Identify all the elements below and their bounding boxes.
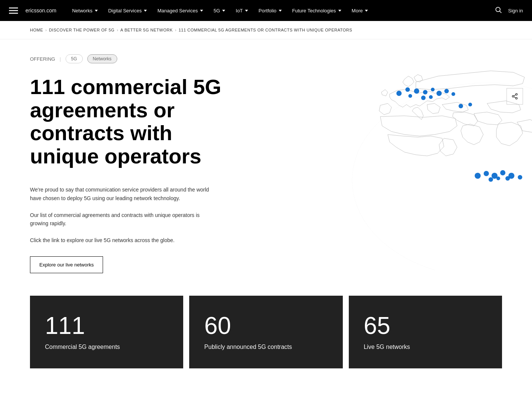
svg-rect-0 <box>9 7 18 9</box>
chevron-down-icon <box>245 10 248 12</box>
breadcrumb: HOME›DISCOVER THE POWER OF 5G›A BETTER 5… <box>0 21 532 39</box>
breadcrumb-separator: › <box>117 28 118 32</box>
search-icon[interactable] <box>495 6 502 15</box>
hero-title: 111 commercial 5G agreements or contract… <box>30 75 240 168</box>
svg-point-18 <box>451 92 455 96</box>
globe-visualization <box>307 45 532 270</box>
nav-item-iot[interactable]: IoT <box>230 0 253 21</box>
chevron-down-icon <box>338 10 341 12</box>
svg-rect-1 <box>9 10 18 11</box>
breadcrumb-item-2[interactable]: A BETTER 5G NETWORK <box>120 28 173 32</box>
svg-point-25 <box>484 171 489 176</box>
chevron-down-icon <box>95 10 98 12</box>
explore-button[interactable]: Explore our live networks <box>30 256 103 273</box>
svg-point-12 <box>405 87 410 92</box>
breadcrumb-separator: › <box>45 28 47 32</box>
hero-section: 111 commercial 5G agreements or contract… <box>0 75 532 296</box>
chevron-down-icon <box>200 10 203 12</box>
svg-point-11 <box>396 91 402 96</box>
nav-item-managed-services[interactable]: Managed Services <box>152 0 208 21</box>
chevron-down-icon <box>365 10 368 12</box>
stat-label: Live 5G networks <box>364 344 487 350</box>
svg-point-23 <box>468 103 472 106</box>
stat-label: Commercial 5G agreements <box>45 344 168 350</box>
nav-item-more[interactable]: More <box>347 0 374 21</box>
svg-point-20 <box>429 95 433 99</box>
svg-point-30 <box>489 177 493 182</box>
svg-line-4 <box>500 11 502 13</box>
nav-item-future-technologies[interactable]: Future Technologies <box>287 0 347 21</box>
offering-label: OFFERING <box>30 56 55 62</box>
svg-point-3 <box>496 7 501 12</box>
svg-point-22 <box>459 104 463 108</box>
stat-card: 111Commercial 5G agreements <box>30 296 183 368</box>
brand-link[interactable]: ericsson.com <box>25 7 56 13</box>
nav-right: Sign in <box>495 6 523 15</box>
hero-description: We're proud to say that communication se… <box>30 186 210 244</box>
nav-item-networks[interactable]: Networks <box>67 0 103 21</box>
svg-point-17 <box>444 89 449 93</box>
svg-point-27 <box>500 170 505 175</box>
svg-point-16 <box>436 91 442 96</box>
stat-number: 60 <box>204 314 327 338</box>
tag-networks[interactable]: Networks <box>87 54 117 63</box>
svg-point-29 <box>518 175 522 180</box>
stat-card: 60Publicly announced 5G contracts <box>189 296 342 368</box>
breadcrumb-item-3: 111 COMMERCIAL 5G AGREEMENTS OR CONTRACT… <box>179 28 352 32</box>
svg-point-13 <box>414 88 419 94</box>
breadcrumb-item-0[interactable]: HOME <box>30 28 43 32</box>
stats-section: 111Commercial 5G agreements60Publicly an… <box>0 296 532 391</box>
stat-number: 65 <box>364 314 487 338</box>
svg-point-19 <box>421 96 426 100</box>
breadcrumb-item-1[interactable]: DISCOVER THE POWER OF 5G <box>49 28 115 32</box>
offering-sep: | <box>60 56 61 62</box>
svg-point-31 <box>496 177 500 180</box>
svg-point-21 <box>408 94 412 98</box>
tag-5g[interactable]: 5G <box>66 54 83 63</box>
svg-point-24 <box>475 173 481 179</box>
chevron-down-icon <box>144 10 147 12</box>
nav-item-digital-services[interactable]: Digital Services <box>103 0 152 21</box>
stat-number: 111 <box>45 314 168 338</box>
svg-point-15 <box>431 88 435 91</box>
nav-items: NetworksDigital ServicesManaged Services… <box>67 0 495 21</box>
svg-point-32 <box>505 176 510 181</box>
stat-label: Publicly announced 5G contracts <box>204 344 327 350</box>
chevron-down-icon <box>279 10 282 12</box>
nav-item-portfolio[interactable]: Portfolio <box>253 0 287 21</box>
svg-point-14 <box>423 90 427 94</box>
hero-left: 111 commercial 5G agreements or contract… <box>30 75 240 273</box>
signin-link[interactable]: Sign in <box>508 8 523 13</box>
breadcrumb-separator: › <box>175 28 176 32</box>
menu-icon[interactable] <box>9 6 18 15</box>
chevron-down-icon <box>222 10 225 12</box>
svg-rect-2 <box>9 13 18 14</box>
nav-item-5g[interactable]: 5G <box>208 0 230 21</box>
stat-card: 65Live 5G networks <box>349 296 502 368</box>
navigation: ericsson.com NetworksDigital ServicesMan… <box>0 0 532 21</box>
